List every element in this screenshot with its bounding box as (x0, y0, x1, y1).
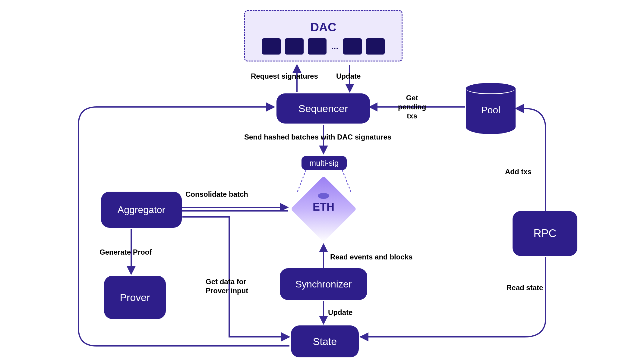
dac-member (366, 38, 385, 55)
label-consolidate-batch: Consolidate batch (185, 190, 248, 199)
label-update-state: Update (328, 308, 352, 317)
pool-label: Pool (466, 105, 516, 116)
node-synchronizer: Synchronizer (280, 268, 367, 300)
dac-members: ... (262, 38, 385, 55)
dac-title: DAC (310, 20, 336, 34)
node-rpc: RPC (513, 211, 577, 256)
architecture-diagram: DAC ... Sequencer Pool RPC multi-sig ETH… (0, 0, 644, 364)
dac-member (262, 38, 281, 55)
label-read-state: Read state (507, 283, 543, 292)
label-update-dac: Update (336, 72, 361, 81)
label-send-hashed: Send hashed batches with DAC signatures (244, 133, 391, 142)
node-dac: DAC ... (244, 10, 402, 61)
label-request-signatures: Request signatures (251, 72, 318, 81)
label-get-data-prover: Get data for Prover input (206, 277, 248, 295)
edge-multisig-eth-right (342, 170, 351, 193)
node-pool: Pool (466, 83, 516, 134)
node-state: State (291, 325, 359, 357)
dac-ellipsis: ... (331, 42, 339, 51)
eth-dot (318, 193, 329, 199)
edge-aggregator-state (182, 217, 289, 337)
dac-member (285, 38, 304, 55)
node-prover: Prover (104, 276, 166, 319)
label-add-txs: Add txs (505, 167, 532, 176)
edge-multisig-eth-left (297, 170, 306, 193)
label-generate-proof: Generate Proof (99, 248, 152, 257)
node-aggregator: Aggregator (101, 192, 182, 228)
edge-rpc-state (360, 257, 546, 337)
eth-label: ETH (313, 201, 334, 213)
label-get-pending-txs: Get pending txs (398, 93, 426, 121)
node-sequencer: Sequencer (276, 93, 370, 124)
edge-rpc-pool (516, 108, 546, 211)
node-multisig: multi-sig (301, 156, 347, 170)
dac-member (308, 38, 327, 55)
label-read-events: Read events and blocks (330, 253, 412, 262)
dac-member (343, 38, 362, 55)
